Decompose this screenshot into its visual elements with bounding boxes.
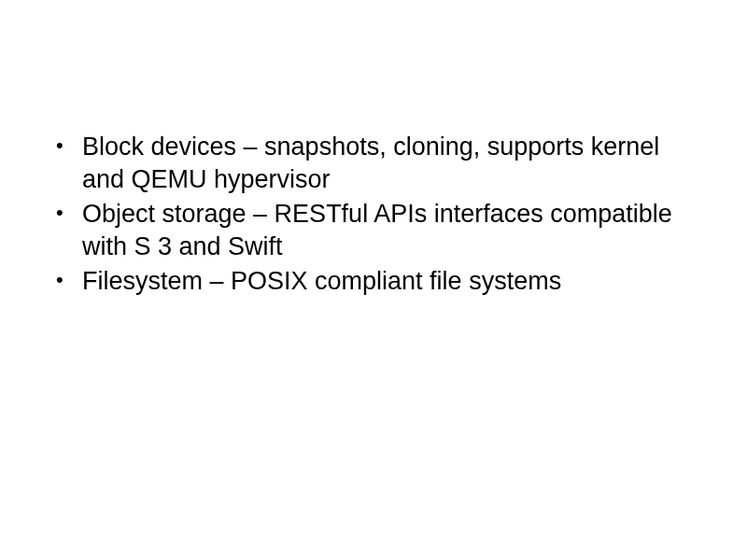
bullet-text: Object storage – RESTful APIs interfaces… xyxy=(82,198,691,263)
list-item: • Block devices – snapshots, cloning, su… xyxy=(56,131,691,196)
bullet-list: • Block devices – snapshots, cloning, su… xyxy=(56,131,691,298)
slide-content: • Block devices – snapshots, cloning, su… xyxy=(0,0,747,560)
bullet-icon: • xyxy=(56,131,82,160)
bullet-text: Block devices – snapshots, cloning, supp… xyxy=(82,131,691,196)
bullet-icon: • xyxy=(56,265,82,294)
bullet-text: Filesystem – POSIX compliant file system… xyxy=(82,265,691,298)
bullet-icon: • xyxy=(56,198,82,227)
list-item: • Filesystem – POSIX compliant file syst… xyxy=(56,265,691,298)
list-item: • Object storage – RESTful APIs interfac… xyxy=(56,198,691,263)
